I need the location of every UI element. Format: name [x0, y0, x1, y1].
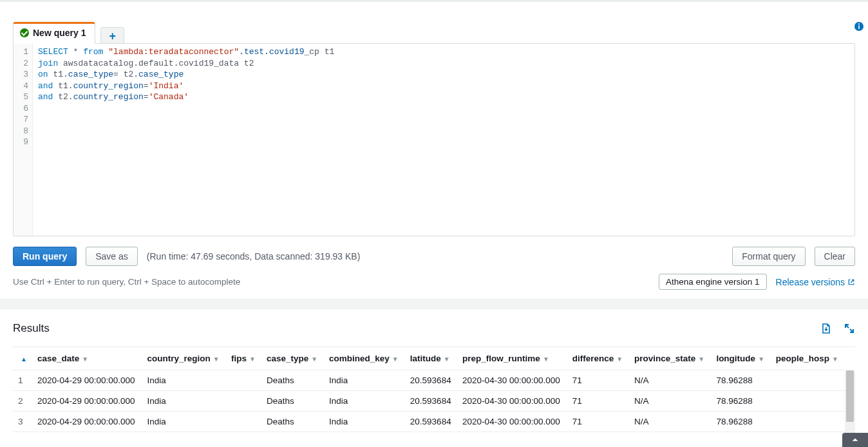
sort-icon: ▼: [444, 356, 450, 363]
column-difference[interactable]: difference▼: [567, 347, 629, 370]
engine-version-pill[interactable]: Athena engine version 1: [659, 274, 767, 290]
sort-icon: ▼: [543, 356, 549, 363]
section-divider: [0, 299, 868, 309]
query-toolbar: Run query Save as (Run time: 47.69 secon…: [0, 236, 868, 274]
column-longitude[interactable]: longitude▼: [711, 347, 770, 370]
vertical-scrollbar[interactable]: [845, 370, 855, 436]
sort-icon: ▼: [249, 356, 256, 363]
external-link-icon: [847, 278, 855, 286]
results-table-wrap: ▲case_date▼country_region▼fips▼case_type…: [13, 347, 855, 436]
column-combined_key[interactable]: combined_key▼: [324, 347, 405, 370]
query-subbar: Use Ctrl + Enter to run query, Ctrl + Sp…: [0, 274, 868, 299]
table-row: 22020-04-29 00:00:00.000IndiaDeathsIndia…: [13, 391, 845, 412]
svg-point-2: [858, 23, 860, 24]
run-stats: (Run time: 47.69 seconds, Data scanned: …: [147, 251, 361, 262]
save-as-button[interactable]: Save as: [86, 247, 138, 266]
results-panel: Results ▲case_date▼country_region▼fips▼c…: [0, 309, 868, 436]
column-people_hosp[interactable]: people_hosp▼: [771, 347, 845, 370]
results-table: ▲case_date▼country_region▼fips▼case_type…: [13, 347, 845, 432]
scroll-to-top-button[interactable]: [842, 433, 868, 436]
sort-icon: ▲: [21, 356, 27, 363]
query-tabs: New query 1 +: [0, 2, 868, 43]
column-case_date[interactable]: case_date▼: [32, 347, 142, 370]
table-row: 32020-04-29 00:00:00.000IndiaDeathsIndia…: [13, 412, 845, 432]
column-latitude[interactable]: latitude▼: [405, 347, 457, 370]
sort-icon: ▼: [698, 356, 704, 363]
svg-rect-1: [858, 26, 860, 30]
tab-new-query-1[interactable]: New query 1: [13, 22, 95, 44]
sort-icon: ▼: [616, 356, 623, 363]
sort-icon: ▼: [832, 356, 838, 363]
sql-editor[interactable]: 123456789 SELECT * from "lambda:teradata…: [13, 43, 855, 236]
format-query-button[interactable]: Format query: [732, 247, 805, 266]
run-query-button[interactable]: Run query: [13, 247, 77, 266]
sort-icon: ▼: [758, 356, 764, 363]
column-fips[interactable]: fips▼: [226, 347, 261, 370]
expand-icon[interactable]: [844, 323, 855, 334]
editor-code[interactable]: SELECT * from "lambda:teradataconnector"…: [33, 44, 854, 236]
release-versions-link[interactable]: Release versions: [776, 277, 855, 287]
results-table-scroll[interactable]: ▲case_date▼country_region▼fips▼case_type…: [13, 347, 845, 436]
tab-label: New query 1: [33, 28, 86, 38]
download-csv-icon[interactable]: [820, 323, 832, 334]
results-heading: Results: [13, 322, 50, 335]
results-header-row: ▲case_date▼country_region▼fips▼case_type…: [13, 347, 845, 370]
clear-button[interactable]: Clear: [815, 247, 855, 266]
add-tab-button[interactable]: +: [100, 27, 124, 44]
sort-icon: ▼: [311, 356, 317, 363]
sort-icon: ▼: [392, 356, 399, 363]
sort-icon: ▼: [82, 356, 88, 363]
scrollbar-thumb[interactable]: [846, 370, 854, 422]
release-versions-label: Release versions: [776, 277, 845, 287]
column-country_region[interactable]: country_region▼: [142, 347, 226, 370]
success-icon: [20, 28, 29, 37]
editor-gutter: 123456789: [14, 44, 33, 236]
column-province_state[interactable]: province_state▼: [629, 347, 711, 370]
sort-icon: ▼: [213, 356, 220, 363]
column-prep_flow_runtime[interactable]: prep_flow_runtime▼: [457, 347, 567, 370]
column-case_type[interactable]: case_type▼: [261, 347, 324, 370]
shortcut-hint: Use Ctrl + Enter to run query, Ctrl + Sp…: [13, 277, 240, 287]
info-icon[interactable]: [854, 21, 864, 34]
column-idx[interactable]: ▲: [13, 347, 32, 370]
table-row: 12020-04-29 00:00:00.000IndiaDeathsIndia…: [13, 370, 845, 391]
